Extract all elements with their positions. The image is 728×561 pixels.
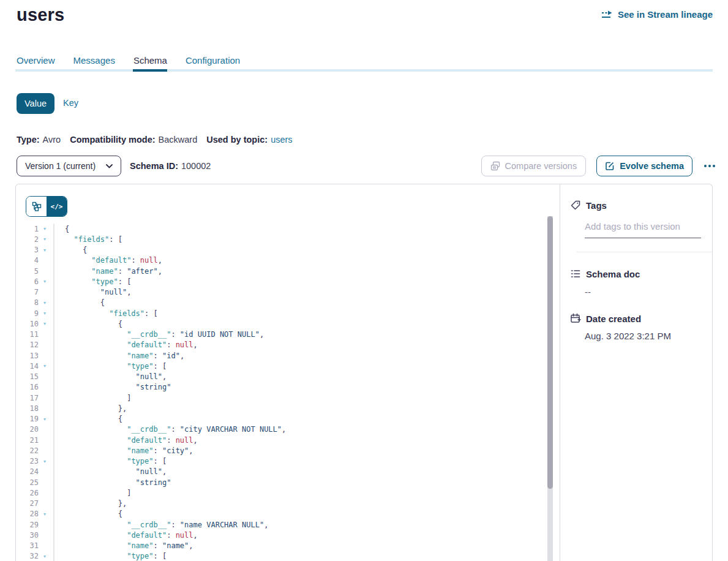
line-number: 1 bbox=[16, 225, 39, 233]
line-number: 27 bbox=[16, 499, 39, 508]
code-view-button[interactable]: </> bbox=[47, 197, 67, 216]
evolve-schema-button[interactable]: Evolve schema bbox=[596, 156, 692, 176]
code-line: 16 "string" bbox=[16, 382, 541, 393]
scrollbar-thumb[interactable] bbox=[547, 216, 553, 489]
fold-icon[interactable]: ▾ bbox=[39, 226, 51, 232]
code-text: "type": [ bbox=[53, 551, 167, 561]
fold-icon[interactable]: ▾ bbox=[39, 554, 51, 559]
code-line: 7 "null", bbox=[16, 287, 541, 298]
schema-doc-title: Schema doc bbox=[586, 269, 640, 279]
tab-schema[interactable]: Schema bbox=[133, 55, 167, 66]
tab-overview[interactable]: Overview bbox=[17, 55, 55, 66]
fold-icon[interactable]: ▾ bbox=[39, 459, 51, 464]
code-text: ] bbox=[53, 393, 131, 403]
line-number: 26 bbox=[16, 489, 39, 497]
fold-icon[interactable]: ▾ bbox=[39, 363, 51, 369]
fold-icon[interactable]: ▾ bbox=[39, 321, 51, 326]
schema-id-value: 100002 bbox=[181, 161, 211, 171]
compatibility-label: Compatibility mode: bbox=[70, 135, 155, 145]
code-text: "name": "after", bbox=[53, 266, 162, 276]
code-line: 28▾ { bbox=[16, 509, 541, 519]
code-line: 31 "name": "name", bbox=[16, 541, 541, 551]
edit-icon bbox=[605, 161, 615, 171]
stream-lineage-icon bbox=[601, 10, 613, 19]
line-number: 24 bbox=[16, 467, 39, 476]
schema-actions: Compare versions Evolve schema bbox=[481, 156, 716, 176]
line-number: 14 bbox=[16, 362, 39, 371]
code-text: "null", bbox=[53, 287, 131, 298]
topic-link[interactable]: users bbox=[271, 135, 292, 145]
code-line: 17 ] bbox=[16, 393, 541, 403]
fold-icon[interactable]: ▾ bbox=[39, 416, 51, 422]
code-text: "null", bbox=[53, 372, 167, 382]
version-select[interactable]: Version 1 (current) bbox=[17, 156, 121, 176]
list-icon bbox=[570, 268, 581, 279]
fold-icon[interactable]: ▾ bbox=[39, 311, 51, 316]
code-pane: </> 1▾{2▾ "fields": [3▾ {4 "default": nu… bbox=[16, 184, 560, 561]
code-text: { bbox=[53, 414, 122, 424]
schema-doc-value: -- bbox=[585, 287, 712, 297]
key-toggle-button[interactable]: Key bbox=[63, 98, 78, 108]
compatibility-value: Backward bbox=[159, 135, 198, 145]
code-text: "type": [ bbox=[53, 276, 131, 287]
fold-icon[interactable]: ▾ bbox=[39, 279, 51, 284]
code-text: "__crdb__": "name VARCHAR NULL", bbox=[53, 519, 268, 530]
date-created-value: Aug. 3 2022 3:21 PM bbox=[585, 331, 712, 341]
line-number: 3 bbox=[16, 246, 39, 254]
fold-icon[interactable]: ▾ bbox=[39, 247, 51, 253]
fold-icon[interactable]: ▾ bbox=[39, 236, 51, 242]
schema-panel: </> 1▾{2▾ "fields": [3▾ {4 "default": nu… bbox=[15, 184, 713, 561]
more-actions-button[interactable] bbox=[703, 162, 716, 170]
line-number: 31 bbox=[16, 541, 39, 550]
code-text: { bbox=[53, 298, 105, 308]
stream-lineage-link[interactable]: See in Stream lineage bbox=[601, 9, 713, 20]
code-line: 6▾ "type": [ bbox=[16, 276, 541, 287]
tags-input[interactable] bbox=[585, 221, 701, 238]
line-number: 5 bbox=[16, 267, 39, 276]
code-line: 10▾ { bbox=[16, 318, 541, 329]
schema-id: Schema ID: 100002 bbox=[130, 161, 211, 171]
schema-sidebar: Tags Schema doc -- bbox=[560, 184, 712, 561]
code-line: 12 "default": null, bbox=[16, 340, 541, 350]
line-number: 17 bbox=[16, 394, 39, 402]
code-line: 11 "__crdb__": "id UUID NOT NULL", bbox=[16, 329, 541, 340]
compare-icon bbox=[490, 161, 500, 171]
code-line: 23▾ "type": [ bbox=[16, 456, 541, 467]
code-text: }, bbox=[53, 403, 127, 413]
code-text: "string" bbox=[53, 382, 171, 393]
tab-configuration[interactable]: Configuration bbox=[186, 55, 240, 66]
fold-icon[interactable]: ▾ bbox=[39, 300, 51, 306]
tree-view-button[interactable] bbox=[26, 197, 47, 216]
tag-icon bbox=[570, 200, 581, 211]
tab-messages[interactable]: Messages bbox=[73, 55, 115, 66]
line-number: 18 bbox=[16, 404, 39, 413]
type-label: Type: bbox=[17, 135, 40, 145]
code-line: 27 }, bbox=[16, 499, 541, 509]
tags-title: Tags bbox=[586, 200, 607, 211]
code-text: "null", bbox=[53, 467, 167, 477]
fold-icon[interactable]: ▾ bbox=[39, 511, 51, 517]
code-line: 21 "default": null, bbox=[16, 435, 541, 445]
code-line: 25 "string" bbox=[16, 477, 541, 488]
code-text: "default": null, bbox=[53, 340, 198, 350]
line-number: 9 bbox=[16, 309, 39, 318]
line-number: 22 bbox=[16, 446, 39, 455]
line-number: 6 bbox=[16, 277, 39, 286]
code-text: "name": "name", bbox=[53, 541, 193, 551]
value-toggle-button[interactable]: Value bbox=[17, 93, 54, 114]
code-line: 9▾ "fields": [ bbox=[16, 308, 541, 318]
code-line: 32▾ "type": [ bbox=[16, 551, 541, 561]
schema-meta-row: Type: Avro Compatibility mode: Backward … bbox=[17, 135, 293, 145]
code-line: 20 "__crdb__": "city VARCHAR NOT NULL", bbox=[16, 424, 541, 435]
line-number: 16 bbox=[16, 383, 39, 391]
compare-versions-button[interactable]: Compare versions bbox=[481, 156, 587, 176]
line-number: 15 bbox=[16, 372, 39, 381]
code-line: 3▾ { bbox=[16, 245, 541, 255]
code-text: "type": [ bbox=[53, 361, 167, 371]
type-value: Avro bbox=[43, 135, 61, 145]
code-text: { bbox=[53, 245, 87, 255]
code-text: { bbox=[53, 318, 122, 329]
code-line: 1▾{ bbox=[16, 224, 541, 234]
code-line: 18 }, bbox=[16, 403, 541, 413]
code-line: 29 "__crdb__": "name VARCHAR NULL", bbox=[16, 519, 541, 530]
